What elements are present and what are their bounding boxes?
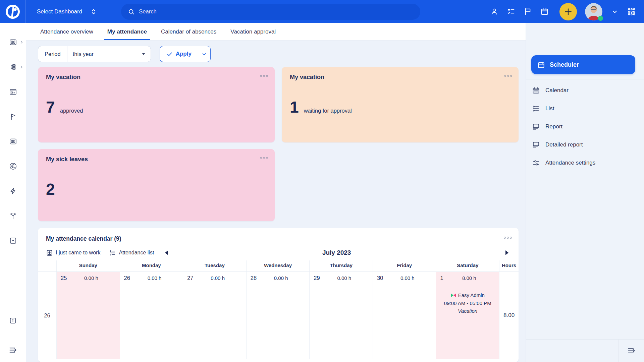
day-cell-wednesday[interactable]: 28 0.00 h <box>246 272 310 359</box>
tasks-icon[interactable] <box>506 7 515 16</box>
flag-icon[interactable] <box>523 7 532 16</box>
menu-item-label: Detailed report <box>545 141 583 148</box>
sidebar-item-quick-actions[interactable] <box>0 179 26 203</box>
day-cell-tuesday[interactable]: 27 0.00 h <box>183 272 246 359</box>
prev-month-button[interactable] <box>163 249 170 256</box>
card-menu-button[interactable] <box>260 75 268 77</box>
tab-calendar-of-absences[interactable]: Calendar of absences <box>158 23 220 40</box>
expand-menu-icon <box>8 346 17 355</box>
card-title: My sick leaves <box>46 156 267 163</box>
calendar-week-row: 26 25 0.00 h 26 0.00 h <box>38 272 519 359</box>
account-chevron-down-icon[interactable] <box>610 7 619 16</box>
apply-button[interactable]: Apply <box>160 46 198 62</box>
info-icon <box>9 317 17 324</box>
card-menu-button[interactable] <box>504 75 512 77</box>
flag-pennant-icon <box>9 113 17 121</box>
day-hours: 8.00 h <box>443 275 495 281</box>
period-value: this year <box>73 51 94 57</box>
sidebar-item-workflow[interactable] <box>0 203 26 228</box>
checklist-icon <box>109 249 116 256</box>
menu-item-report[interactable]: Report <box>531 118 635 136</box>
day-number: 26 <box>124 275 130 281</box>
sidebar-item-finance[interactable] <box>0 154 26 179</box>
main-area: Attendance overview My attendance Calend… <box>26 23 526 362</box>
sidebar-item-pages[interactable] <box>0 79 26 104</box>
tree-icon <box>9 63 17 71</box>
weekday-label: Friday <box>373 260 436 272</box>
day-hours: 0.00 h <box>383 275 432 281</box>
tab-attendance-overview[interactable]: Attendance overview <box>37 23 97 40</box>
calendar-icon[interactable] <box>540 7 549 16</box>
profile-icon[interactable] <box>490 7 498 16</box>
report-icon <box>532 123 540 131</box>
app-logo[interactable] <box>0 0 26 23</box>
apply-options-button[interactable] <box>198 46 210 62</box>
day-number: 30 <box>377 275 383 281</box>
weekday-label: Sunday <box>56 260 120 272</box>
sliders-icon <box>532 159 540 167</box>
global-search[interactable] <box>121 4 420 20</box>
menu-item-attendance-settings[interactable]: Attendance settings <box>531 154 635 172</box>
sidebar-item-info[interactable] <box>0 311 26 330</box>
sidebar-item-dashboards[interactable] <box>0 30 26 55</box>
scheduler-button[interactable]: Scheduler <box>531 55 635 74</box>
card-my-vacation-approved: My vacation 7 approved <box>38 67 275 142</box>
calendar-weekday-header: Sunday Monday Tuesday Wednesday Thursday… <box>38 260 519 272</box>
day-cell-thursday[interactable]: 29 0.00 h <box>309 272 373 359</box>
came-to-work-button[interactable]: I just came to work <box>46 249 100 256</box>
sidebar-item-archive[interactable] <box>0 228 26 253</box>
caret-down-icon <box>142 53 145 55</box>
day-cell-sunday[interactable]: 25 0.00 h <box>56 272 120 359</box>
calendar-icon <box>537 61 545 69</box>
menu-item-detailed-report[interactable]: Detailed report <box>531 136 635 154</box>
menu-item-label: List <box>545 105 554 112</box>
topbar: Select Dashboard <box>0 0 644 23</box>
sidebar-collapse-button[interactable] <box>0 340 26 360</box>
select-updown-icon <box>90 8 98 16</box>
panel-divider <box>526 79 644 79</box>
next-month-button[interactable] <box>503 249 511 256</box>
calendar-title: My attendance calendar (9) <box>46 235 121 242</box>
card-my-sick-leaves: My sick leaves 2 <box>38 149 275 221</box>
lightning-icon <box>9 187 17 195</box>
menu-item-list[interactable]: List <box>531 100 635 118</box>
sidebar-item-milestones[interactable] <box>0 104 26 129</box>
attendance-list-button[interactable]: Attendance list <box>109 249 154 256</box>
calendar-menu-button[interactable] <box>504 237 512 239</box>
card-value: 1 <box>290 98 299 116</box>
quick-add-button[interactable] <box>559 3 577 20</box>
day-number: 25 <box>61 275 67 281</box>
calendar-month-label: July 2023 <box>170 249 503 256</box>
card-title: My vacation <box>46 74 267 81</box>
menu-item-calendar[interactable]: Calendar <box>531 81 635 100</box>
card-value: 7 <box>46 98 55 116</box>
day-cell-friday[interactable]: 30 0.00 h <box>373 272 436 359</box>
attendance-calendar-card: My attendance calendar (9) I just came t… <box>38 228 519 362</box>
week-number: 26 <box>38 272 56 359</box>
card-menu-button[interactable] <box>260 157 268 159</box>
day-cell-monday[interactable]: 26 0.00 h <box>120 272 183 359</box>
sidebar-item-project-tree[interactable] <box>0 55 26 79</box>
panel-collapse-button[interactable] <box>618 340 644 362</box>
weekday-label: Thursday <box>309 260 373 272</box>
sidebar-item-modules[interactable] <box>0 129 26 154</box>
tab-vacation-approval[interactable]: Vacation approval <box>227 23 279 40</box>
period-label: Period <box>38 46 67 62</box>
user-avatar[interactable] <box>585 3 602 20</box>
period-select[interactable]: this year <box>67 46 151 62</box>
weekday-label: Monday <box>120 260 183 272</box>
page-tabs: Attendance overview My attendance Calend… <box>26 23 526 41</box>
card-value: 2 <box>46 180 55 198</box>
tab-my-attendance[interactable]: My attendance <box>104 23 150 40</box>
left-sidebar <box>0 23 26 362</box>
apply-split-button: Apply <box>160 46 211 62</box>
vacation-event[interactable]: Easy Admin 09:00 AM - 05:00 PM Vacation <box>436 291 499 315</box>
dashboard-selector[interactable]: Select Dashboard <box>37 8 98 16</box>
apps-grid-icon[interactable] <box>627 7 636 16</box>
day-cell-saturday[interactable]: 1 8.00 h Easy Admin 09:00 AM - 05:00 PM … <box>436 272 499 359</box>
chevron-down-icon <box>201 51 207 57</box>
chevron-right-icon <box>19 40 23 44</box>
day-hours: 0.00 h <box>194 275 242 281</box>
check-icon <box>166 51 173 57</box>
search-input[interactable] <box>139 8 414 15</box>
